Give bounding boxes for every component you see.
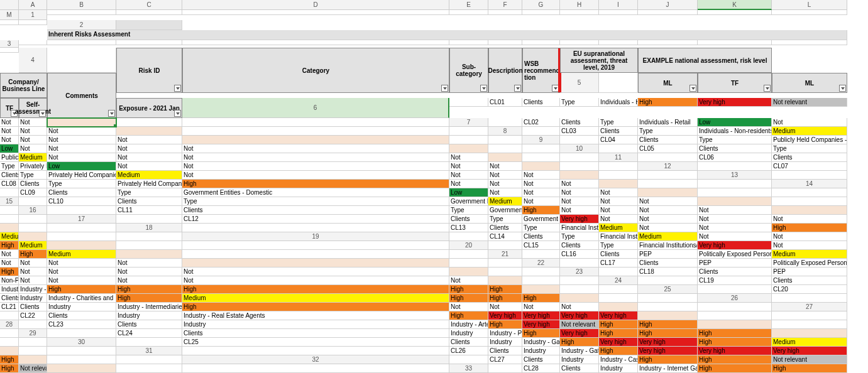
comments[interactable] [116,232,182,241]
ex-tf[interactable]: Medium [19,241,47,250]
wsb-cell[interactable]: High [47,285,116,294]
eu-tf[interactable]: Very high [638,338,698,347]
wsb-cell[interactable]: High [182,303,449,311]
col-header-J[interactable]: J [638,0,698,10]
eu-tf[interactable]: High [182,285,449,294]
eu-ml[interactable]: Not [772,241,847,250]
risk-id[interactable]: CL20 [772,285,847,294]
comments[interactable] [522,268,560,276]
category[interactable]: Clients [116,320,182,329]
description[interactable]: Government Entities - Domestic [182,188,449,197]
ex-ml[interactable]: Not [599,197,638,206]
eu-tf[interactable]: Not [116,153,182,162]
subcategory[interactable]: Type [488,215,522,224]
risk-id[interactable]: CL10 [47,197,116,206]
self-assessment[interactable] [19,232,47,241]
exposure[interactable] [449,259,488,268]
row-header-1[interactable]: 1 [19,10,47,20]
exposure[interactable] [638,303,698,311]
risk-id[interactable]: CL26 [449,347,488,355]
self-assessment[interactable] [47,118,116,127]
header-risk-id[interactable]: Risk ID [116,48,182,93]
exposure[interactable] [182,250,449,259]
description[interactable]: Publicly Held Companies - Recognised Sto… [772,136,847,144]
filter-icon[interactable] [39,110,46,117]
ex-tf[interactable]: Not [638,197,698,206]
comments[interactable] [47,224,116,232]
subcategory[interactable]: Industry [0,285,19,294]
ex-tf[interactable]: Not [599,188,638,197]
comments[interactable] [599,285,638,294]
subcategory[interactable]: PEP [772,268,847,276]
ex-ml[interactable]: High [0,364,19,373]
spreadsheet-grid[interactable]: ABCDEFGHIJKLM12Inherent Risks Assessment… [0,0,868,373]
wsb-cell[interactable]: Medium [772,250,847,259]
eu-tf[interactable]: Not [0,250,19,259]
risk-id[interactable]: CL23 [47,320,116,329]
eu-ml[interactable]: Not [0,259,19,268]
comments[interactable] [182,364,449,373]
self-assessment[interactable] [560,171,599,180]
description[interactable]: Industry - Casino's, including Slot Mach… [599,355,638,364]
wsb-cell[interactable]: High [522,206,560,215]
description[interactable]: Non-PEP [0,276,19,285]
ex-ml[interactable]: High [19,250,47,259]
eu-tf[interactable]: Not [599,206,638,215]
comments[interactable] [0,206,19,215]
eu-ml[interactable]: Not [449,303,488,311]
comments[interactable] [560,153,599,162]
category[interactable]: Clients [182,329,449,338]
description[interactable]: Financial Institutions/Banks and Regulat… [560,224,599,232]
header-eu-ml[interactable]: ML [638,73,698,93]
eu-tf[interactable]: Not [772,232,847,241]
eu-ml[interactable]: Not [488,188,522,197]
wsb-cell[interactable]: High [182,180,449,188]
ex-ml[interactable]: Not [116,268,182,276]
eu-tf[interactable]: Not [522,188,560,197]
comments[interactable] [698,303,772,311]
risk-id[interactable]: CL02 [522,118,560,127]
eu-ml[interactable]: Not [0,136,19,144]
eu-tf[interactable]: Very high [698,347,772,355]
comments[interactable] [599,162,638,171]
risk-id[interactable]: CL19 [698,276,772,285]
eu-ml[interactable]: Very high [599,338,638,347]
comments[interactable] [449,127,488,136]
wsb-cell[interactable]: High [560,338,599,347]
ex-ml[interactable]: Not [449,162,488,171]
ex-ml[interactable]: Not [560,188,599,197]
ex-ml[interactable]: Not [19,127,47,136]
eu-tf[interactable]: Not [116,276,182,285]
header-description[interactable]: Description [488,48,522,93]
row-header-2[interactable]: 2 [47,20,116,30]
header-self[interactable]: Self-assessment [19,98,47,118]
comments[interactable] [772,311,847,320]
wsb-cell[interactable]: Medium [638,232,698,241]
subcategory[interactable]: Type [599,241,638,250]
comments[interactable] [116,355,182,364]
self-assessment[interactable] [698,320,772,329]
subcategory[interactable]: Industry [182,320,449,329]
risk-id[interactable]: CL22 [19,311,47,320]
eu-tf[interactable]: Not relevant [772,355,847,364]
subcategory[interactable]: Type [449,206,488,215]
eu-ml[interactable]: Not [19,144,47,153]
filter-icon[interactable] [441,85,448,92]
subcategory[interactable]: PEP [698,259,772,268]
exposure[interactable] [638,180,698,188]
ex-ml[interactable]: Not [182,153,449,162]
subcategory[interactable]: Industry [116,311,182,320]
self-assessment[interactable] [182,136,449,144]
comments[interactable] [772,188,847,197]
filter-icon[interactable] [174,85,181,92]
description[interactable]: Industry - Precious Metals & Stones Deal… [488,329,522,338]
description[interactable]: Industry - Internet Gambling, Lotteries [638,364,698,373]
wsb-cell[interactable]: High [449,311,488,320]
ex-tf[interactable]: Medium [47,250,116,259]
ex-tf[interactable]: Not [47,127,116,136]
exposure[interactable] [0,215,19,224]
exposure[interactable] [0,338,19,347]
exposure[interactable] [449,136,488,144]
category[interactable]: Clients [772,276,847,285]
eu-ml[interactable]: Not [449,180,488,188]
